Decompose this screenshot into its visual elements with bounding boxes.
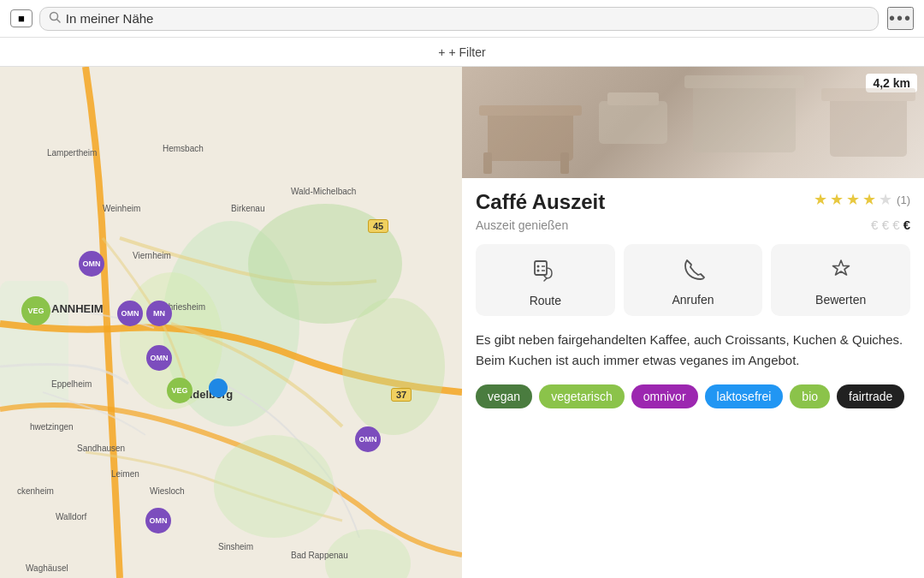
search-text: In meiner Nähe xyxy=(66,11,154,26)
map-pin-veg[interactable]: VEG xyxy=(167,378,192,403)
svg-rect-16 xyxy=(693,84,796,152)
main-content: LampertheimHemsbachWeinheimBirkenauWald-… xyxy=(0,67,924,578)
tags-row: veganvegetarischomnivorlaktosefreibiofai… xyxy=(476,384,910,408)
detail-content: Caffé Auszeit ★ ★ ★ ★ ★ (1) Auszeit geni… xyxy=(462,178,924,429)
route-button[interactable]: Route xyxy=(476,244,615,316)
detail-panel: 4,2 km Caffé Auszeit ★ ★ ★ ★ ★ (1) Ausze… xyxy=(462,67,924,578)
price-4: € xyxy=(903,217,910,232)
rate-button[interactable]: Bewerten xyxy=(771,244,910,316)
map-pin-omn[interactable]: MN xyxy=(146,301,172,326)
stars-row: ★ ★ ★ ★ ★ (1) xyxy=(814,190,910,209)
plus-icon: + xyxy=(438,45,445,59)
tag-omnivor[interactable]: omnivor xyxy=(631,384,698,408)
price-1: € xyxy=(871,217,882,232)
filter-label: + Filter xyxy=(449,45,486,59)
tag-laktosefrei[interactable]: laktosefrei xyxy=(705,384,784,408)
svg-rect-19 xyxy=(821,88,915,101)
filter-button[interactable]: + + Filter xyxy=(438,45,485,59)
subtitle-row: Auszeit genießen € € € € xyxy=(476,217,910,232)
tag-fairtrade[interactable]: fairtrade xyxy=(837,384,904,408)
map-pin-blue[interactable] xyxy=(209,378,228,397)
star-2: ★ xyxy=(830,190,844,209)
svg-point-21 xyxy=(537,265,540,268)
svg-rect-18 xyxy=(830,97,907,157)
svg-rect-10 xyxy=(488,110,573,161)
top-bar: ■ In meiner Nähe ••• xyxy=(0,0,924,38)
map-pin-omn[interactable]: OMN xyxy=(117,301,143,326)
route-label: Route xyxy=(530,294,561,307)
route-icon xyxy=(531,256,559,287)
svg-point-22 xyxy=(537,270,540,272)
top-bar-left: ■ In meiner Nähe xyxy=(10,7,879,31)
filter-bar: + + Filter xyxy=(0,38,924,67)
map-pin-omn[interactable]: OMN xyxy=(146,345,172,371)
description: Es gibt neben fairgehandelten Kaffee, au… xyxy=(476,330,910,371)
map-panel[interactable]: LampertheimHemsbachWeinheimBirkenauWald-… xyxy=(0,67,462,578)
review-count: (1) xyxy=(897,194,910,206)
map-pin-veg[interactable]: VEG xyxy=(21,296,50,325)
star-5: ★ xyxy=(879,190,892,209)
tag-vegan[interactable]: vegan xyxy=(476,384,532,408)
svg-rect-17 xyxy=(684,75,804,88)
venue-subtitle: Auszeit genießen xyxy=(476,218,568,232)
svg-line-1 xyxy=(56,19,60,22)
search-box[interactable]: In meiner Nähe xyxy=(39,7,879,31)
call-button[interactable]: Anrufen xyxy=(624,244,763,316)
price-2: € xyxy=(882,217,893,232)
svg-rect-11 xyxy=(479,105,582,116)
svg-rect-20 xyxy=(535,261,547,275)
tag-vegetarisch[interactable]: vegetarisch xyxy=(539,384,625,408)
star-1: ★ xyxy=(814,190,827,209)
title-row: Caffé Auszeit ★ ★ ★ ★ ★ (1) xyxy=(476,190,910,214)
call-label: Anrufen xyxy=(672,293,714,307)
price-3: € xyxy=(892,217,903,232)
phone-icon xyxy=(680,257,706,286)
svg-rect-14 xyxy=(599,101,667,144)
back-button[interactable]: ■ xyxy=(10,9,33,27)
star-3: ★ xyxy=(846,190,860,209)
price-row: € € € € xyxy=(871,217,910,232)
venue-title: Caffé Auszeit xyxy=(476,190,605,214)
map-pin-omn[interactable]: OMN xyxy=(79,251,104,277)
svg-rect-13 xyxy=(560,152,569,174)
star-4: ★ xyxy=(862,190,876,209)
rate-label: Bewerten xyxy=(815,293,866,307)
svg-rect-15 xyxy=(607,92,659,105)
map-pin-omn[interactable]: OMN xyxy=(355,426,381,452)
tag-bio[interactable]: bio xyxy=(790,384,830,408)
action-buttons: Route Anrufen Bewe xyxy=(476,244,910,316)
search-icon xyxy=(49,11,61,27)
svg-rect-12 xyxy=(483,152,492,174)
more-button[interactable]: ••• xyxy=(887,7,914,30)
back-icon: ■ xyxy=(18,12,25,25)
hero-image: 4,2 km xyxy=(462,67,924,178)
star-icon xyxy=(828,257,854,286)
map-pin-omn[interactable]: OMN xyxy=(145,508,171,533)
